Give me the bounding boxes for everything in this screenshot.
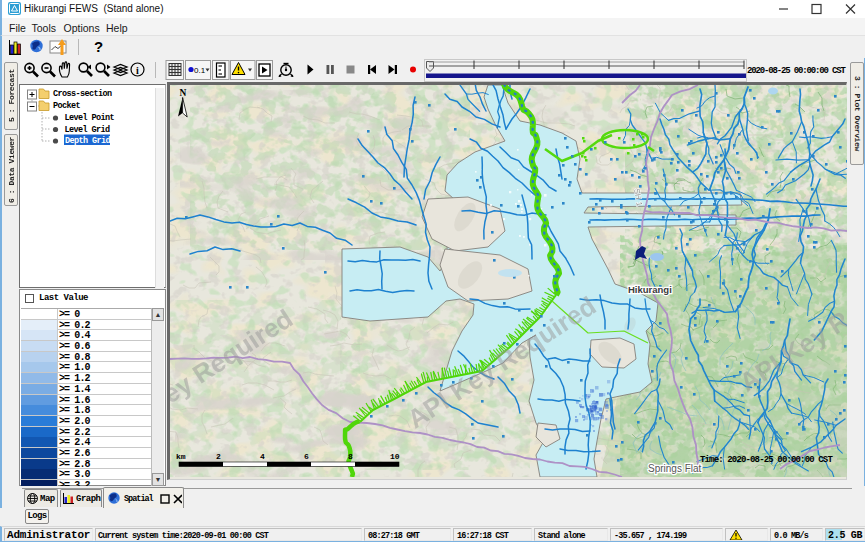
svg-text:4: 4 [260, 452, 265, 461]
svg-text:8: 8 [348, 452, 353, 461]
svg-text:2: 2 [216, 452, 221, 461]
svg-text:Hikurangi: Hikurangi [628, 284, 672, 295]
svg-text:6: 6 [304, 452, 309, 461]
svg-text:Time: 2020-08-25 00:00:00 CST: Time: 2020-08-25 00:00:00 CST [700, 455, 833, 465]
svg-text:?: ? [94, 38, 103, 55]
svg-text:10: 10 [390, 452, 400, 461]
svg-text:2020-08-25 00:00:00 CST: 2020-08-25 00:00:00 CST [747, 66, 847, 76]
svg-text:i: i [136, 65, 139, 76]
svg-text:N: N [180, 88, 187, 98]
svg-text:0.1: 0.1 [194, 66, 206, 75]
svg-text:Springs Flat: Springs Flat [648, 463, 702, 474]
svg-text:km: km [176, 452, 186, 461]
